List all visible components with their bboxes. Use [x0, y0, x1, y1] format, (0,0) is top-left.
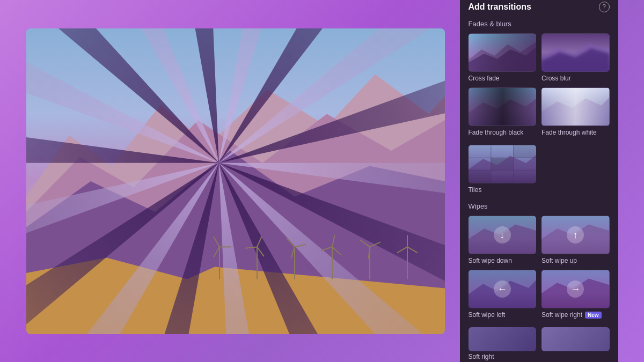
soft-wipe-down-label: Soft wipe down [469, 257, 537, 264]
transition-item-more-2[interactable] [541, 327, 610, 360]
video-preview [26, 28, 445, 334]
soft-wipe-down-thumb: ↓ [469, 216, 537, 254]
soft-wipe-right-label: Soft wipe right New [541, 311, 610, 319]
soft-right-label: Soft right [469, 353, 537, 360]
panel-header: Add transitions ? [469, 2, 610, 12]
transition-item-soft-right[interactable]: Soft right [469, 327, 537, 360]
soft-wipe-left-label: Soft wipe left [469, 311, 537, 319]
main-container: Add transitions ? Fades & blurs [0, 0, 644, 362]
soft-wipe-up-label: Soft wipe up [541, 257, 610, 264]
transition-item-fade-through-white[interactable]: Fade through white [541, 87, 610, 136]
svg-rect-3 [469, 34, 537, 71]
wipes-section-title: Wipes [469, 202, 610, 210]
cross-fade-label: Cross fade [469, 75, 537, 82]
tiles-label: Tiles [469, 186, 610, 194]
transition-item-soft-wipe-right[interactable]: → Soft wipe right New [541, 270, 610, 319]
soft-wipe-right-thumb: → [541, 270, 610, 308]
cross-fade-thumb [469, 33, 537, 72]
transition-item-cross-fade[interactable]: Cross fade [469, 33, 537, 82]
fade-through-white-thumb [541, 87, 610, 126]
cross-blur-thumb [541, 33, 610, 72]
soft-wipe-left-thumb: ← [469, 270, 537, 308]
fade-through-black-label: Fade through black [469, 129, 537, 136]
cross-blur-label: Cross blur [541, 75, 610, 82]
svg-rect-20 [513, 145, 536, 158]
transition-item-soft-wipe-left[interactable]: ← Soft wipe left [469, 270, 537, 319]
wipes-grid: ↓ Soft wipe down [469, 216, 610, 319]
fade-through-white-label: Fade through white [541, 129, 610, 136]
more-2-thumb [541, 327, 610, 351]
soft-wipe-up-icon: ↑ [567, 226, 584, 243]
soft-wipe-right-icon: → [567, 280, 584, 298]
transition-item-soft-wipe-up[interactable]: ↑ Soft wipe up [541, 216, 610, 264]
more-grid: Soft right [469, 327, 610, 360]
svg-rect-9 [469, 88, 537, 125]
tiles-thumb [469, 145, 537, 183]
transition-item-fade-through-black[interactable]: Fade through black [469, 87, 537, 136]
transition-item-tiles[interactable]: Tiles [469, 145, 610, 194]
transitions-panel: Add transitions ? Fades & blurs [460, 0, 618, 362]
soft-wipe-down-icon: ↓ [494, 226, 511, 243]
fades-blurs-grid: Cross fade [469, 33, 610, 136]
soft-right-thumb [469, 327, 537, 351]
transition-item-cross-blur[interactable]: Cross blur [541, 33, 610, 82]
video-canvas [26, 28, 445, 334]
transition-item-soft-wipe-down[interactable]: ↓ Soft wipe down [469, 216, 537, 264]
svg-rect-12 [541, 88, 610, 125]
fades-blurs-section-title: Fades & blurs [469, 20, 610, 28]
help-icon[interactable]: ? [599, 2, 610, 12]
new-badge: New [585, 312, 602, 319]
soft-wipe-left-icon: ← [494, 280, 511, 298]
soft-wipe-up-thumb: ↑ [541, 216, 610, 254]
panel-title: Add transitions [469, 2, 531, 12]
fade-through-black-thumb [469, 87, 537, 126]
